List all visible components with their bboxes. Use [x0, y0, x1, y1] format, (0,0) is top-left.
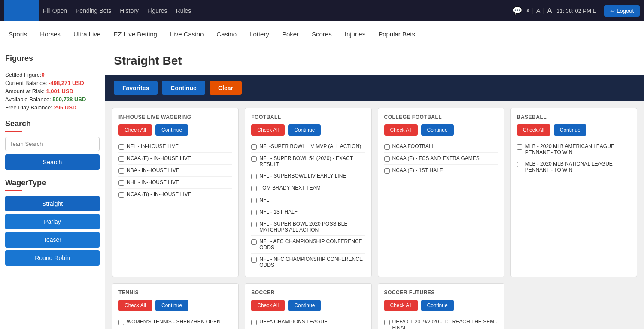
- wager-teaser[interactable]: Teaser: [5, 232, 100, 248]
- sec-nav-lottery[interactable]: Lottery: [249, 29, 269, 39]
- favorites-button[interactable]: Favorites: [114, 81, 158, 95]
- search-button[interactable]: Search: [5, 154, 100, 170]
- item-label: MLB - 2020 MLB NATIONAL LEAGUE PENNANT -…: [525, 161, 631, 173]
- item-checkbox-5-0[interactable]: [251, 320, 257, 325]
- list-item: NFL: [251, 194, 365, 206]
- check-all-in-house[interactable]: Check All: [118, 124, 152, 136]
- item-checkbox-4-0[interactable]: [118, 320, 124, 325]
- continue-baseball[interactable]: Continue: [554, 124, 586, 136]
- page-title-bar: Straight Bet: [105, 47, 644, 75]
- item-checkbox-3-0[interactable]: [517, 144, 522, 150]
- item-label: MLB - 2020 MLB AMERICAN LEAGUE PENNANT -…: [525, 143, 631, 155]
- item-label: NCAA (F) - IN-HOUSE LIVE: [127, 155, 191, 161]
- continue-soccer[interactable]: Continue: [288, 300, 321, 311]
- list-item: NBA - IN-HOUSE LIVE: [118, 165, 232, 177]
- font-medium[interactable]: A: [536, 7, 540, 14]
- sec-nav-ez-live[interactable]: EZ Live Betting: [113, 29, 157, 39]
- check-all-football[interactable]: Check All: [251, 124, 285, 136]
- item-checkbox-1-0[interactable]: [251, 144, 257, 150]
- wager-straight[interactable]: Straight: [5, 196, 100, 211]
- item-label: NFL - SUPERBOWL LIV EARLY LINE: [259, 173, 346, 179]
- continue-soccer-futures[interactable]: Continue: [421, 300, 454, 311]
- cards-grid: IN-HOUSE LIVE WAGERINGCheck AllContinueN…: [105, 101, 644, 329]
- check-all-soccer[interactable]: Check All: [251, 300, 285, 311]
- continue-college-football[interactable]: Continue: [421, 124, 454, 136]
- check-all-soccer-futures[interactable]: Check All: [384, 300, 418, 311]
- item-checkbox-2-1[interactable]: [384, 156, 390, 162]
- free-play-balance: Free Play Balance: 295 USD: [5, 104, 100, 111]
- logout-icon: ↩: [610, 8, 615, 14]
- item-checkbox-0-4[interactable]: [118, 192, 124, 198]
- list-item: NFL - AFC CHAMPIONSHIP CONFERENCE ODDS: [251, 236, 365, 254]
- nav-pending-bets[interactable]: Pending Bets: [76, 7, 111, 14]
- secondary-nav: Sports Horses Ultra Live EZ Live Betting…: [0, 21, 644, 47]
- continue-football[interactable]: Continue: [288, 124, 321, 136]
- item-label: UEFA CHAMPIONS LEAGUE: [259, 319, 328, 325]
- list-item: NFL - SUPERBOWL LIV EARLY LINE: [251, 170, 365, 182]
- list-item: NFL - 1ST HALF: [251, 206, 365, 218]
- sec-nav-poker[interactable]: Poker: [282, 29, 299, 39]
- sec-nav-scores[interactable]: Scores: [312, 29, 332, 39]
- wagertype-title: WagerType: [5, 178, 100, 187]
- item-checkbox-1-1[interactable]: [251, 156, 257, 162]
- item-checkbox-1-6[interactable]: [251, 222, 257, 227]
- check-all-college-football[interactable]: Check All: [384, 124, 418, 136]
- item-checkbox-0-1[interactable]: [118, 156, 124, 162]
- clear-button[interactable]: Clear: [210, 81, 242, 95]
- list-item: NCAA FOOTBALL: [384, 141, 498, 153]
- item-checkbox-1-3[interactable]: [251, 186, 257, 191]
- item-checkbox-0-0[interactable]: [118, 144, 124, 150]
- item-checkbox-0-2[interactable]: [118, 168, 124, 174]
- item-checkbox-3-1[interactable]: [517, 162, 522, 167]
- continue-tennis[interactable]: Continue: [155, 300, 188, 311]
- search-input[interactable]: [5, 137, 100, 151]
- item-label: NFL - SUPER BOWL 2020 POSSIBLE MATCHUPS …: [259, 221, 365, 233]
- continue-button[interactable]: Continue: [162, 81, 205, 95]
- sec-nav-live-casino[interactable]: Live Casino: [170, 29, 204, 39]
- check-all-baseball[interactable]: Check All: [517, 124, 550, 136]
- nav-history[interactable]: History: [120, 7, 139, 14]
- item-label: NHL - IN-HOUSE LIVE: [127, 179, 179, 185]
- card-in-house: IN-HOUSE LIVE WAGERINGCheck AllContinueN…: [112, 108, 239, 277]
- sec-nav-ultra-live[interactable]: Ultra Live: [73, 29, 100, 39]
- sec-nav-sports[interactable]: Sports: [9, 29, 27, 39]
- item-label: NCAA (F) - FCS AND EXTRA GAMES: [392, 155, 480, 161]
- item-checkbox-0-3[interactable]: [118, 180, 124, 186]
- font-small[interactable]: A: [526, 8, 529, 13]
- list-item: WOMEN'S TENNIS - SHENZHEN OPEN: [118, 316, 232, 328]
- item-checkbox-1-4[interactable]: [251, 198, 257, 203]
- main-content: Straight Bet Favorites Continue Clear IN…: [105, 47, 644, 329]
- item-checkbox-6-0[interactable]: [384, 320, 390, 325]
- logout-button[interactable]: ↩ Logout: [604, 5, 640, 17]
- font-large[interactable]: A: [547, 6, 552, 15]
- chat-icon[interactable]: 💬: [513, 6, 522, 15]
- continue-in-house[interactable]: Continue: [155, 124, 188, 136]
- card-title-soccer: SOCCER: [251, 290, 365, 296]
- item-checkbox-2-0[interactable]: [384, 144, 390, 150]
- item-checkbox-1-2[interactable]: [251, 174, 257, 179]
- check-all-tennis[interactable]: Check All: [118, 300, 152, 311]
- wager-parlay[interactable]: Parlay: [5, 214, 100, 229]
- main-layout: Figures Settled Figure:0 Current Balance…: [0, 47, 644, 329]
- sec-nav-horses[interactable]: Horses: [40, 29, 61, 39]
- sec-nav-injuries[interactable]: Injuries: [345, 29, 365, 39]
- nav-fill-open[interactable]: Fill Open: [43, 7, 67, 14]
- wager-round-robin[interactable]: Round Robin: [5, 250, 100, 266]
- wagertype-underline: [5, 190, 22, 191]
- figures-title: Figures: [5, 54, 100, 63]
- item-label: NFL - 1ST HALF: [259, 209, 298, 215]
- sep1: |: [532, 7, 534, 14]
- search-underline: [5, 131, 22, 132]
- item-checkbox-1-5[interactable]: [251, 210, 257, 215]
- nav-rules[interactable]: Rules: [176, 7, 191, 14]
- card-title-soccer-futures: SOCCER FUTURES: [384, 290, 498, 296]
- nav-figures[interactable]: Figures: [147, 7, 167, 14]
- sec-nav-casino[interactable]: Casino: [216, 29, 237, 39]
- card-soccer: SOCCERCheck AllContinueUEFA CHAMPIONS LE…: [245, 283, 371, 329]
- current-balance: Current Balance: -498,271 USD: [5, 80, 100, 86]
- item-checkbox-1-7[interactable]: [251, 239, 257, 245]
- item-checkbox-2-2[interactable]: [384, 168, 390, 174]
- item-checkbox-1-8[interactable]: [251, 257, 257, 263]
- card-title-college-football: COLLEGE FOOTBALL: [384, 114, 498, 120]
- sec-nav-popular-bets[interactable]: Popular Bets: [378, 29, 415, 39]
